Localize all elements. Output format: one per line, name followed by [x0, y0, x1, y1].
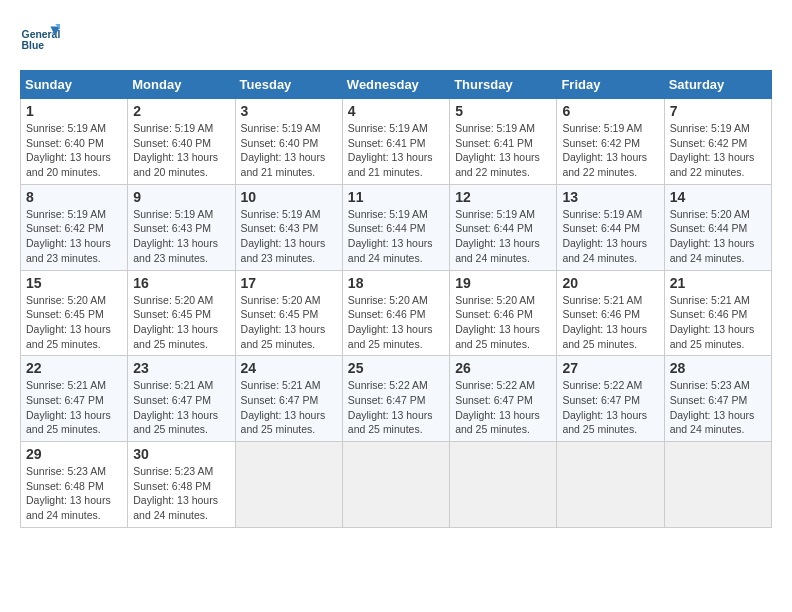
day-number: 26 — [455, 360, 551, 376]
calendar-cell: 13Sunrise: 5:19 AMSunset: 6:44 PMDayligh… — [557, 184, 664, 270]
day-info: Sunrise: 5:22 AMSunset: 6:47 PMDaylight:… — [348, 378, 444, 437]
day-info: Sunrise: 5:20 AMSunset: 6:46 PMDaylight:… — [455, 293, 551, 352]
day-info: Sunrise: 5:23 AMSunset: 6:48 PMDaylight:… — [133, 464, 229, 523]
day-info: Sunrise: 5:20 AMSunset: 6:45 PMDaylight:… — [133, 293, 229, 352]
day-number: 15 — [26, 275, 122, 291]
day-info: Sunrise: 5:21 AMSunset: 6:47 PMDaylight:… — [26, 378, 122, 437]
header-row: SundayMondayTuesdayWednesdayThursdayFrid… — [21, 71, 772, 99]
day-header-tuesday: Tuesday — [235, 71, 342, 99]
calendar-week-5: 29Sunrise: 5:23 AMSunset: 6:48 PMDayligh… — [21, 442, 772, 528]
day-number: 30 — [133, 446, 229, 462]
day-number: 16 — [133, 275, 229, 291]
day-info: Sunrise: 5:19 AMSunset: 6:40 PMDaylight:… — [133, 121, 229, 180]
day-number: 25 — [348, 360, 444, 376]
day-number: 3 — [241, 103, 337, 119]
calendar-cell: 12Sunrise: 5:19 AMSunset: 6:44 PMDayligh… — [450, 184, 557, 270]
calendar-cell: 28Sunrise: 5:23 AMSunset: 6:47 PMDayligh… — [664, 356, 771, 442]
calendar-cell — [664, 442, 771, 528]
day-number: 23 — [133, 360, 229, 376]
day-info: Sunrise: 5:19 AMSunset: 6:40 PMDaylight:… — [26, 121, 122, 180]
day-number: 13 — [562, 189, 658, 205]
day-number: 2 — [133, 103, 229, 119]
calendar-week-4: 22Sunrise: 5:21 AMSunset: 6:47 PMDayligh… — [21, 356, 772, 442]
calendar-cell: 2Sunrise: 5:19 AMSunset: 6:40 PMDaylight… — [128, 99, 235, 185]
day-info: Sunrise: 5:19 AMSunset: 6:44 PMDaylight:… — [455, 207, 551, 266]
day-number: 27 — [562, 360, 658, 376]
calendar-cell: 24Sunrise: 5:21 AMSunset: 6:47 PMDayligh… — [235, 356, 342, 442]
day-info: Sunrise: 5:20 AMSunset: 6:45 PMDaylight:… — [26, 293, 122, 352]
day-number: 5 — [455, 103, 551, 119]
day-number: 14 — [670, 189, 766, 205]
calendar-cell: 17Sunrise: 5:20 AMSunset: 6:45 PMDayligh… — [235, 270, 342, 356]
calendar-cell: 25Sunrise: 5:22 AMSunset: 6:47 PMDayligh… — [342, 356, 449, 442]
day-info: Sunrise: 5:22 AMSunset: 6:47 PMDaylight:… — [562, 378, 658, 437]
calendar-cell: 15Sunrise: 5:20 AMSunset: 6:45 PMDayligh… — [21, 270, 128, 356]
calendar-cell: 26Sunrise: 5:22 AMSunset: 6:47 PMDayligh… — [450, 356, 557, 442]
day-info: Sunrise: 5:19 AMSunset: 6:42 PMDaylight:… — [562, 121, 658, 180]
day-number: 20 — [562, 275, 658, 291]
day-number: 29 — [26, 446, 122, 462]
calendar-cell — [450, 442, 557, 528]
day-info: Sunrise: 5:21 AMSunset: 6:47 PMDaylight:… — [241, 378, 337, 437]
logo-icon: General Blue — [20, 20, 60, 60]
day-number: 17 — [241, 275, 337, 291]
page-header: General Blue — [20, 20, 772, 60]
calendar-table: SundayMondayTuesdayWednesdayThursdayFrid… — [20, 70, 772, 528]
calendar-cell: 11Sunrise: 5:19 AMSunset: 6:44 PMDayligh… — [342, 184, 449, 270]
day-info: Sunrise: 5:21 AMSunset: 6:46 PMDaylight:… — [670, 293, 766, 352]
day-info: Sunrise: 5:23 AMSunset: 6:48 PMDaylight:… — [26, 464, 122, 523]
calendar-cell: 19Sunrise: 5:20 AMSunset: 6:46 PMDayligh… — [450, 270, 557, 356]
day-number: 10 — [241, 189, 337, 205]
calendar-cell: 16Sunrise: 5:20 AMSunset: 6:45 PMDayligh… — [128, 270, 235, 356]
day-info: Sunrise: 5:19 AMSunset: 6:44 PMDaylight:… — [348, 207, 444, 266]
calendar-cell: 7Sunrise: 5:19 AMSunset: 6:42 PMDaylight… — [664, 99, 771, 185]
day-number: 7 — [670, 103, 766, 119]
calendar-cell: 4Sunrise: 5:19 AMSunset: 6:41 PMDaylight… — [342, 99, 449, 185]
day-header-wednesday: Wednesday — [342, 71, 449, 99]
calendar-week-3: 15Sunrise: 5:20 AMSunset: 6:45 PMDayligh… — [21, 270, 772, 356]
day-info: Sunrise: 5:22 AMSunset: 6:47 PMDaylight:… — [455, 378, 551, 437]
day-info: Sunrise: 5:20 AMSunset: 6:44 PMDaylight:… — [670, 207, 766, 266]
day-number: 22 — [26, 360, 122, 376]
day-number: 19 — [455, 275, 551, 291]
calendar-cell: 23Sunrise: 5:21 AMSunset: 6:47 PMDayligh… — [128, 356, 235, 442]
day-number: 8 — [26, 189, 122, 205]
calendar-week-2: 8Sunrise: 5:19 AMSunset: 6:42 PMDaylight… — [21, 184, 772, 270]
day-info: Sunrise: 5:20 AMSunset: 6:45 PMDaylight:… — [241, 293, 337, 352]
day-header-friday: Friday — [557, 71, 664, 99]
day-info: Sunrise: 5:19 AMSunset: 6:40 PMDaylight:… — [241, 121, 337, 180]
day-number: 24 — [241, 360, 337, 376]
day-info: Sunrise: 5:19 AMSunset: 6:41 PMDaylight:… — [455, 121, 551, 180]
day-header-saturday: Saturday — [664, 71, 771, 99]
day-info: Sunrise: 5:19 AMSunset: 6:42 PMDaylight:… — [26, 207, 122, 266]
calendar-cell — [557, 442, 664, 528]
calendar-cell: 29Sunrise: 5:23 AMSunset: 6:48 PMDayligh… — [21, 442, 128, 528]
day-info: Sunrise: 5:20 AMSunset: 6:46 PMDaylight:… — [348, 293, 444, 352]
day-info: Sunrise: 5:19 AMSunset: 6:43 PMDaylight:… — [133, 207, 229, 266]
calendar-cell: 14Sunrise: 5:20 AMSunset: 6:44 PMDayligh… — [664, 184, 771, 270]
day-header-sunday: Sunday — [21, 71, 128, 99]
day-number: 28 — [670, 360, 766, 376]
day-header-thursday: Thursday — [450, 71, 557, 99]
day-info: Sunrise: 5:19 AMSunset: 6:43 PMDaylight:… — [241, 207, 337, 266]
day-info: Sunrise: 5:23 AMSunset: 6:47 PMDaylight:… — [670, 378, 766, 437]
calendar-cell: 5Sunrise: 5:19 AMSunset: 6:41 PMDaylight… — [450, 99, 557, 185]
calendar-cell — [235, 442, 342, 528]
calendar-cell — [342, 442, 449, 528]
day-number: 21 — [670, 275, 766, 291]
calendar-cell: 3Sunrise: 5:19 AMSunset: 6:40 PMDaylight… — [235, 99, 342, 185]
calendar-week-1: 1Sunrise: 5:19 AMSunset: 6:40 PMDaylight… — [21, 99, 772, 185]
day-header-monday: Monday — [128, 71, 235, 99]
day-info: Sunrise: 5:21 AMSunset: 6:46 PMDaylight:… — [562, 293, 658, 352]
logo: General Blue — [20, 20, 60, 60]
day-number: 6 — [562, 103, 658, 119]
calendar-cell: 18Sunrise: 5:20 AMSunset: 6:46 PMDayligh… — [342, 270, 449, 356]
day-number: 11 — [348, 189, 444, 205]
day-info: Sunrise: 5:21 AMSunset: 6:47 PMDaylight:… — [133, 378, 229, 437]
calendar-cell: 6Sunrise: 5:19 AMSunset: 6:42 PMDaylight… — [557, 99, 664, 185]
calendar-cell: 9Sunrise: 5:19 AMSunset: 6:43 PMDaylight… — [128, 184, 235, 270]
day-number: 18 — [348, 275, 444, 291]
calendar-cell: 30Sunrise: 5:23 AMSunset: 6:48 PMDayligh… — [128, 442, 235, 528]
day-info: Sunrise: 5:19 AMSunset: 6:41 PMDaylight:… — [348, 121, 444, 180]
day-info: Sunrise: 5:19 AMSunset: 6:42 PMDaylight:… — [670, 121, 766, 180]
